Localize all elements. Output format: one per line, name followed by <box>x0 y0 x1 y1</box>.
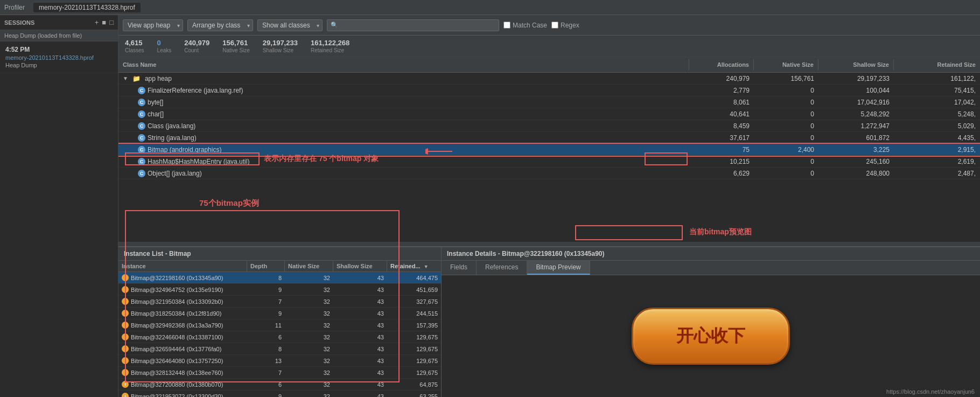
inst-col-native[interactable]: Native Size <box>285 261 333 271</box>
bitmap-preview: 开心收下 <box>442 275 980 397</box>
instance-name-cell: i Bitmap@329492368 (0x13a3a790) <box>118 321 247 330</box>
instance-body: i Bitmap@322198160 (0x13345a90) 8 32 43 … <box>118 272 441 397</box>
col-retained-size[interactable]: Retained Size <box>894 59 980 70</box>
sidebar: SESSIONS + ■ □ Heap Dump (loaded from fi… <box>0 15 118 397</box>
table-row[interactable]: C Object[] (java.lang) 6,629 0 248,800 2… <box>118 168 980 179</box>
retained-size-cell: 161,122, <box>894 74 980 83</box>
retained-cell: 129,675 <box>387 368 441 377</box>
table-row[interactable]: C Class (java.lang) 8,459 0 1,272,947 5,… <box>118 120 980 132</box>
instance-table-header: Instance Depth Native Size Shallow Size … <box>118 261 441 272</box>
depth-cell: 8 <box>247 345 285 353</box>
session-file: memory-20210113T143328.hprof <box>5 54 113 61</box>
retained-cell: 64,875 <box>387 380 441 389</box>
instance-row[interactable]: i Bitmap@322466048 (0x13387100) 6 32 43 … <box>118 331 441 343</box>
tab-fields[interactable]: Fields <box>442 261 477 275</box>
shallow-size-cell: 17,042,916 <box>818 97 894 107</box>
col-shallow-size[interactable]: Shallow Size <box>818 59 894 70</box>
table-header: Class Name Allocations Native Size Shall… <box>118 57 980 73</box>
instance-name-text: Bitmap@324964752 (0x135e9190) <box>131 287 223 293</box>
instance-row[interactable]: i Bitmap@321950384 (0x133092b0) 7 32 43 … <box>118 296 441 308</box>
table-body: ▼ 📁 app heap 240,979 156,761 29,197,233 … <box>118 73 980 242</box>
instance-row[interactable]: i Bitmap@327200880 (0x1380b070) 6 32 43 … <box>118 379 441 391</box>
col-native-size[interactable]: Native Size <box>754 59 818 70</box>
inst-col-depth[interactable]: Depth <box>247 261 285 271</box>
instance-row[interactable]: i Bitmap@324964752 (0x135e9190) 9 32 43 … <box>118 284 441 296</box>
table-row[interactable]: C char[] 40,641 0 5,248,292 5,248, <box>118 108 980 120</box>
show-all-classes-select[interactable]: Show all classes <box>257 19 323 31</box>
instance-name-cell: i Bitmap@326464080 (0x13757250) <box>118 356 247 365</box>
instance-row[interactable]: i Bitmap@329492368 (0x13a3a790) 11 32 43… <box>118 319 441 331</box>
allocations-cell: 8,459 <box>689 121 754 131</box>
instance-details: Instance Details - Bitmap@322198160 (0x1… <box>442 247 980 397</box>
record-button[interactable]: □ <box>109 18 114 26</box>
search-input[interactable] <box>340 22 495 29</box>
native-cell: 32 <box>285 333 333 342</box>
stats-bar: 4,615 Classes 0 Leaks 240,979 Count 156,… <box>118 36 980 57</box>
table-row[interactable]: C String (java.lang) 37,617 0 601,872 4,… <box>118 132 980 144</box>
instance-row[interactable]: i Bitmap@326464080 (0x13757250) 13 32 43… <box>118 355 441 367</box>
allocations-cell: 8,061 <box>689 97 754 107</box>
retained-size-cell: 75,415, <box>894 86 980 95</box>
class-name-cell: C byte[] <box>118 97 689 107</box>
heap-dump-loaded: Heap Dump (loaded from file) <box>0 30 118 41</box>
match-case-checkbox[interactable] <box>503 22 510 29</box>
retained-cell: 244,515 <box>387 309 441 318</box>
instance-name-cell: i Bitmap@321953072 (0x13300d30) <box>118 392 247 397</box>
tab-references[interactable]: References <box>477 261 527 275</box>
session-time: 4:52 PM <box>5 46 113 53</box>
table-row[interactable]: C Bitmap (android.graphics) 75 2,400 3,2… <box>118 144 980 156</box>
arrange-by-class-wrapper: Arrange by class <box>187 19 253 31</box>
top-bar: Profiler memory-20210113T143328.hprof <box>0 0 980 15</box>
class-name-text: byte[] <box>148 99 163 106</box>
tab-bitmap-preview[interactable]: Bitmap Preview <box>527 261 590 275</box>
instance-row[interactable]: i Bitmap@328132448 (0x138ee760) 7 32 43 … <box>118 367 441 379</box>
depth-cell: 9 <box>247 285 285 294</box>
native-cell: 32 <box>285 321 333 330</box>
instance-icon: i <box>122 286 129 293</box>
instance-icon: i <box>122 345 129 352</box>
sort-arrow-icon: ▼ <box>424 264 429 269</box>
instance-icon: i <box>122 381 129 388</box>
profiler-label: Profiler <box>4 4 25 11</box>
shallow-size-cell: 245,160 <box>818 157 894 166</box>
allocations-cell: 2,779 <box>689 86 754 95</box>
native-size-cell: 0 <box>754 109 818 119</box>
class-name-cell: C String (java.lang) <box>118 133 689 143</box>
sidebar-session[interactable]: 4:52 PM memory-20210113T143328.hprof Hea… <box>0 41 118 73</box>
regex-checkbox[interactable] <box>551 22 558 29</box>
add-session-button[interactable]: + <box>95 18 99 26</box>
class-name-text: Bitmap (android.graphics) <box>148 146 221 154</box>
instance-list-title: Instance List - Bitmap <box>118 247 441 261</box>
view-app-heap-select[interactable]: View app heap <box>123 19 183 31</box>
retained-size-cell: 2,619, <box>894 157 980 166</box>
instance-name-cell: i Bitmap@326594464 (0x13776fa0) <box>118 344 247 353</box>
stat-shallow-size: 29,197,233 Shallow Size <box>263 39 298 53</box>
horizontal-scrollbar[interactable] <box>118 242 980 246</box>
inst-col-instance[interactable]: Instance <box>118 261 247 271</box>
retained-size-cell: 4,435, <box>894 133 980 143</box>
shallow-size-cell: 29,197,233 <box>818 74 894 83</box>
instance-row[interactable]: i Bitmap@326594464 (0x13776fa0) 8 32 43 … <box>118 343 441 355</box>
instance-row[interactable]: i Bitmap@321953072 (0x13300d30) 9 32 43 … <box>118 391 441 397</box>
shallow-size-cell: 601,872 <box>818 133 894 143</box>
class-name-text: char[] <box>148 110 164 118</box>
search-box: 🔍 <box>327 19 499 31</box>
regex-label[interactable]: Regex <box>551 22 579 29</box>
inst-col-shallow[interactable]: Shallow Size <box>333 261 387 271</box>
table-row[interactable]: C byte[] 8,061 0 17,042,916 17,042, <box>118 96 980 108</box>
arrange-by-class-select[interactable]: Arrange by class <box>187 19 253 31</box>
table-row[interactable]: C FinalizerReference (java.lang.ref) 2,7… <box>118 85 980 96</box>
file-tab[interactable]: memory-20210113T143328.hprof <box>33 3 141 12</box>
instance-row[interactable]: i Bitmap@322198160 (0x13345a90) 8 32 43 … <box>118 272 441 284</box>
class-name-text: String (java.lang) <box>148 134 197 142</box>
inst-col-retained[interactable]: Retained... ▼ <box>387 261 441 271</box>
shallow-cell: 43 <box>333 368 387 377</box>
table-row[interactable]: ▼ 📁 app heap 240,979 156,761 29,197,233 … <box>118 73 980 85</box>
instance-row[interactable]: i Bitmap@318250384 (0x12f81d90) 9 32 43 … <box>118 308 441 319</box>
shallow-size-cell: 5,248,292 <box>818 109 894 119</box>
col-allocations[interactable]: Allocations <box>689 59 754 70</box>
match-case-label[interactable]: Match Case <box>503 22 547 29</box>
instance-name-text: Bitmap@322466048 (0x13387100) <box>131 334 223 340</box>
stop-button[interactable]: ■ <box>102 18 106 26</box>
table-row[interactable]: C HashMap$HashMapEntry (java.util) 10,21… <box>118 156 980 168</box>
